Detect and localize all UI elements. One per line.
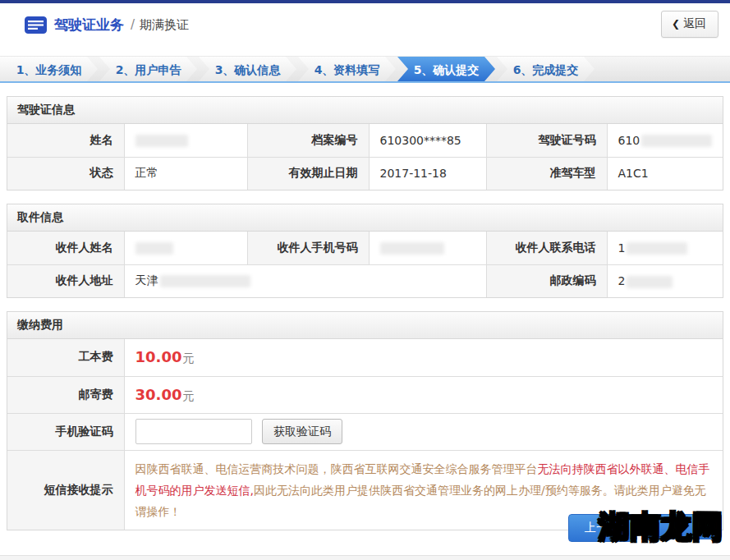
expiry-label: 有效期止日期 — [247, 157, 369, 190]
license-info-table: 姓名 档案编号 610300****85 驾驶证号码 610 状态 正常 有效期… — [7, 124, 723, 190]
step-5-confirm-submit[interactable]: 5、确认提交 — [397, 57, 495, 81]
recipient-name-label: 收件人姓名 — [7, 232, 124, 264]
recipient-phone-value — [369, 232, 486, 264]
pickup-info-table: 收件人姓名 收件人手机号码 收件人联系电话 1 收件人地址 天津 邮政编码 2 — [7, 232, 723, 297]
step-2-user-declaration[interactable]: 2、用户申告 — [99, 57, 197, 81]
status-value: 正常 — [124, 157, 247, 190]
cost-fee-value: 10.00元 — [124, 339, 723, 376]
section-license-info: 驾驶证信息 姓名 档案编号 610300****85 驾驶证号码 610 状态 … — [7, 96, 723, 190]
sms-notice-part1: 因陕西省联通、电信运营商技术问题，陕西省互联网交通安全综合服务管理平台 — [135, 462, 538, 475]
postage-fee-label: 邮寄费 — [7, 376, 124, 413]
table-row: 手机验证码 获取验证码 — [7, 413, 723, 450]
license-business-icon — [25, 16, 47, 34]
redacted-recipient-name — [135, 242, 173, 255]
breadcrumb-current: 期满换证 — [140, 17, 189, 33]
table-row: 收件人姓名 收件人手机号码 收件人联系电话 1 — [7, 232, 723, 264]
postage-fee-unit: 元 — [182, 389, 194, 402]
section-pickup-title: 取件信息 — [7, 204, 723, 232]
redacted-recipient-tel — [627, 242, 687, 255]
get-sms-code-button[interactable]: 获取验证码 — [262, 419, 342, 444]
postage-fee-amount: 30.00 — [135, 386, 182, 403]
sms-code-input[interactable] — [135, 419, 252, 444]
redacted-address — [160, 275, 250, 287]
table-row: 邮寄费 30.00元 — [7, 376, 723, 413]
step-6-finish-submit[interactable]: 6、完成提交 — [497, 57, 595, 81]
postcode-value: 2 — [607, 264, 723, 297]
page: 驾驶证业务 / 期满换证 ❮返回 1、业务须知 2、用户申告 3、确认信息 4、… — [0, 0, 730, 556]
status-label: 状态 — [7, 157, 124, 190]
recipient-name-value — [124, 232, 247, 264]
name-label: 姓名 — [7, 124, 124, 157]
footer-actions: 上一步 湖南龙网 — [568, 514, 722, 545]
page-header: 驾驶证业务 / 期满换证 ❮返回 — [0, 3, 730, 46]
table-row: 状态 正常 有效期止日期 2017-11-18 准驾车型 A1C1 — [7, 157, 723, 190]
section-fees: 缴纳费用 工本费 10.00元 邮寄费 30.00元 手机验证码 获取验证码 短… — [7, 311, 723, 530]
sms-notice-label: 短信接收提示 — [7, 450, 124, 530]
section-license-title: 驾驶证信息 — [7, 97, 723, 124]
recipient-phone-label: 收件人手机号码 — [247, 232, 369, 264]
cost-fee-amount: 10.00 — [135, 348, 182, 365]
name-value — [124, 124, 247, 157]
expiry-value: 2017-11-18 — [369, 157, 486, 190]
sms-code-field-cell: 获取验证码 — [124, 413, 723, 450]
postcode-label: 邮政编码 — [486, 264, 607, 297]
recipient-tel-label: 收件人联系电话 — [486, 232, 607, 264]
section-pickup-info: 取件信息 收件人姓名 收件人手机号码 收件人联系电话 1 收件人地址 天津 邮政… — [7, 204, 723, 298]
table-row: 工本费 10.00元 — [7, 339, 723, 376]
redacted-recipient-phone — [380, 242, 444, 255]
class-label: 准驾车型 — [486, 157, 607, 190]
redacted-license-no — [641, 135, 712, 147]
file-no-label: 档案编号 — [247, 124, 369, 157]
recipient-tel-value: 1 — [607, 232, 723, 264]
step-wizard-bar: 1、业务须知 2、用户申告 3、确认信息 4、资料填写 5、确认提交 6、完成提… — [0, 56, 730, 83]
sms-code-label: 手机验证码 — [7, 413, 124, 450]
table-row: 收件人地址 天津 邮政编码 2 — [7, 264, 723, 297]
address-value: 天津 — [124, 264, 486, 297]
step-4-fill-material[interactable]: 4、资料填写 — [298, 57, 396, 81]
table-row: 姓名 档案编号 610300****85 驾驶证号码 610 — [7, 124, 723, 157]
next-step-button[interactable] — [645, 514, 722, 539]
cost-fee-label: 工本费 — [7, 339, 124, 376]
file-no-value: 610300****85 — [369, 124, 486, 157]
license-no-label: 驾驶证号码 — [486, 124, 607, 157]
section-fees-title: 缴纳费用 — [7, 312, 723, 339]
breadcrumb-separator: / — [131, 17, 135, 32]
back-button-label: 返回 — [683, 16, 706, 30]
address-label: 收件人地址 — [7, 264, 124, 297]
postage-fee-value: 30.00元 — [124, 376, 723, 413]
prev-step-button[interactable]: 上一步 — [568, 514, 636, 542]
chevron-left-icon: ❮ — [672, 18, 680, 30]
back-button[interactable]: ❮返回 — [661, 11, 719, 38]
redacted-postcode — [627, 276, 673, 288]
fees-table: 工本费 10.00元 邮寄费 30.00元 手机验证码 获取验证码 短信接收提示… — [7, 339, 723, 530]
step-3-confirm-info[interactable]: 3、确认信息 — [199, 57, 296, 81]
step-1-business-notice[interactable]: 1、业务须知 — [0, 57, 98, 81]
redacted-name — [135, 135, 188, 147]
license-no-value: 610 — [607, 124, 723, 157]
class-value: A1C1 — [607, 157, 723, 190]
cost-fee-unit: 元 — [182, 351, 194, 365]
page-title: 驾驶证业务 — [54, 16, 124, 34]
